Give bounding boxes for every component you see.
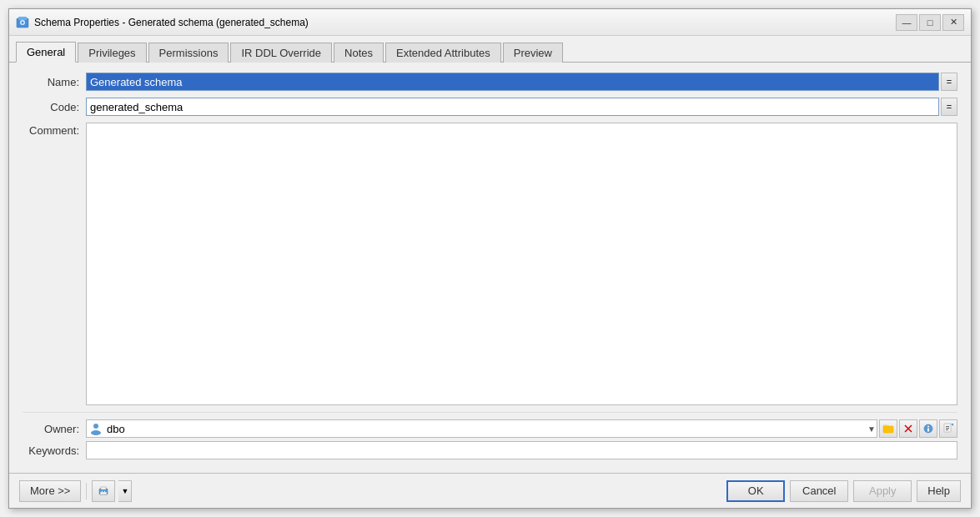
code-equals-button[interactable]: = (941, 98, 957, 116)
clear-icon (903, 424, 913, 434)
print-button[interactable] (92, 480, 115, 502)
cancel-button[interactable]: Cancel (790, 480, 848, 502)
keywords-label: Keywords: (23, 444, 79, 457)
tab-extended-attributes[interactable]: Extended Attributes (385, 43, 501, 63)
tab-permissions[interactable]: Permissions (148, 43, 229, 63)
svg-rect-11 (927, 429, 929, 432)
folder-icon (882, 423, 894, 434)
owner-row: Owner: dbo ▼ (23, 416, 957, 441)
footer-left: More >> ▼ (19, 480, 726, 502)
tab-preview[interactable]: Preview (503, 43, 563, 63)
properties-icon (922, 423, 934, 434)
svg-rect-15 (946, 429, 948, 430)
ok-button[interactable]: OK (726, 480, 785, 502)
svg-rect-1 (18, 17, 27, 20)
name-field-wrapper: = (86, 73, 957, 91)
owner-action-buttons (879, 419, 957, 438)
apply-button[interactable]: Apply (853, 480, 912, 502)
owner-label: Owner: (23, 423, 79, 435)
svg-rect-21 (104, 491, 105, 492)
svg-rect-19 (100, 492, 107, 494)
close-button[interactable]: ✕ (942, 14, 964, 31)
name-input[interactable] (86, 73, 939, 91)
svg-rect-14 (946, 428, 949, 429)
code-field-wrapper: = (86, 98, 957, 116)
maximize-button[interactable]: □ (919, 14, 941, 31)
code-input[interactable] (86, 98, 939, 116)
comment-textarea[interactable] (86, 123, 957, 405)
svg-point-10 (927, 426, 929, 428)
owner-clear-button[interactable] (899, 419, 917, 438)
name-label: Name: (23, 76, 79, 88)
owner-select[interactable]: dbo (86, 419, 877, 438)
comment-row: Comment: (23, 123, 957, 405)
title-bar: Schema Properties - Generated schema (ge… (9, 9, 971, 36)
keywords-input[interactable] (86, 441, 957, 459)
minimize-button[interactable]: — (896, 14, 917, 31)
owner-section: Owner: dbo ▼ (23, 412, 957, 463)
svg-marker-16 (951, 424, 953, 426)
window-controls: — □ ✕ (896, 14, 964, 31)
print-dropdown-button[interactable]: ▼ (118, 480, 132, 502)
tab-privileges[interactable]: Privileges (78, 43, 146, 63)
comment-label: Comment: (23, 123, 79, 405)
tab-bar: General Privileges Permissions IR DDL Ov… (9, 36, 971, 63)
print-icon (98, 485, 109, 497)
tab-content-general: Name: = Code: = Comment: Owner: (9, 63, 971, 473)
owner-select-container: dbo ▼ (86, 419, 877, 438)
dialog-window: Schema Properties - Generated schema (ge… (8, 8, 972, 509)
window-icon (16, 16, 29, 29)
footer-right: OK Cancel Apply Help (726, 480, 961, 502)
svg-rect-6 (883, 426, 893, 433)
new-icon (942, 423, 954, 434)
owner-properties-button[interactable] (919, 419, 937, 438)
svg-rect-20 (102, 491, 103, 492)
svg-rect-18 (101, 487, 106, 489)
tab-ir-ddl-override[interactable]: IR DDL Override (230, 43, 332, 63)
owner-field-wrapper: dbo ▼ (86, 419, 957, 438)
svg-point-3 (22, 21, 24, 23)
tab-general[interactable]: General (16, 42, 76, 63)
name-row: Name: = (23, 73, 957, 91)
help-button[interactable]: Help (917, 480, 961, 502)
code-label: Code: (23, 101, 79, 113)
code-row: Code: = (23, 98, 957, 116)
svg-rect-13 (946, 426, 949, 427)
footer: More >> ▼ OK Cancel Apply Help (9, 473, 971, 508)
tab-notes[interactable]: Notes (334, 43, 384, 63)
name-equals-button[interactable]: = (941, 73, 957, 91)
keywords-row: Keywords: (23, 441, 957, 459)
footer-separator-1 (86, 483, 87, 499)
owner-new-button[interactable] (939, 419, 957, 438)
window-title: Schema Properties - Generated schema (ge… (34, 17, 896, 28)
owner-browse-button[interactable] (879, 419, 897, 438)
more-button[interactable]: More >> (19, 480, 81, 502)
